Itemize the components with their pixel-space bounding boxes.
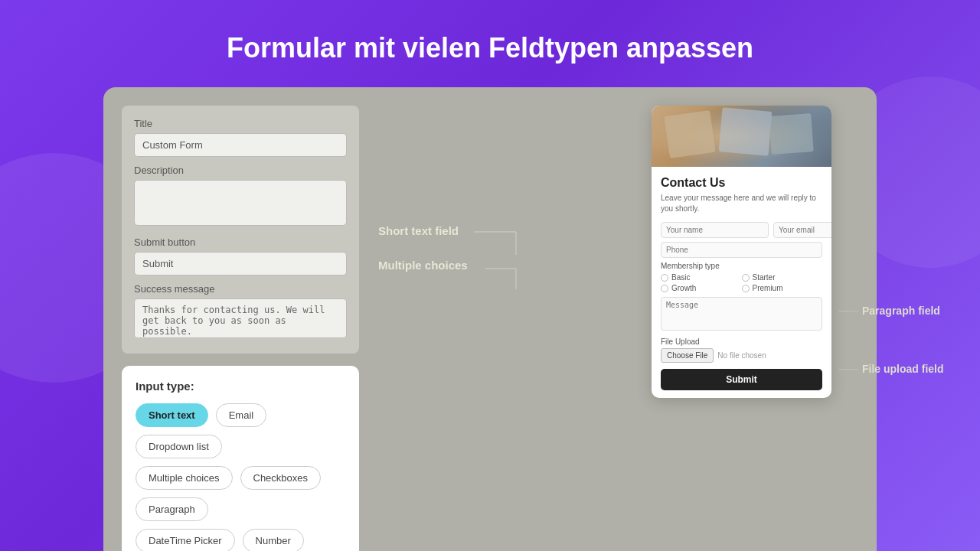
- input-type-email[interactable]: Email: [216, 403, 267, 427]
- input-type-row-3: DateTime Picker Number: [136, 529, 345, 551]
- contact-form-title: Contact Us: [661, 176, 822, 190]
- membership-premium: Premium: [742, 284, 823, 292]
- description-label: Description: [134, 165, 347, 176]
- svg-rect-6: [769, 113, 813, 155]
- svg-rect-5: [719, 107, 773, 155]
- input-type-title: Input type:: [136, 380, 345, 393]
- contact-email-input[interactable]: [773, 222, 831, 238]
- contact-phone-input[interactable]: [661, 242, 822, 258]
- title-section: Title Description Submit button Success …: [122, 106, 359, 354]
- annotation-multiple-choices: Multiple choices: [378, 259, 468, 272]
- input-type-number[interactable]: Number: [243, 529, 304, 551]
- membership-growth: Growth: [661, 284, 742, 292]
- membership-basic-label: Basic: [671, 273, 690, 282]
- success-message-label: Success message: [134, 283, 347, 295]
- contact-form-subtitle: Leave your message here and we will repl…: [661, 193, 822, 214]
- file-upload-annotation: File upload field: [862, 363, 980, 375]
- radio-starter[interactable]: [742, 274, 750, 282]
- annotation-short-text: Short text field: [378, 224, 459, 237]
- input-type-short-text[interactable]: Short text: [136, 403, 208, 427]
- no-file-text: No file chosen: [717, 351, 766, 360]
- radio-premium[interactable]: [742, 285, 750, 292]
- paragraph-line: [839, 311, 858, 311]
- membership-growth-label: Growth: [671, 284, 696, 292]
- file-upload-line: [839, 369, 858, 370]
- left-panel: Title Description Submit button Success …: [122, 106, 359, 551]
- membership-label: Membership type: [661, 262, 822, 270]
- contact-image: [652, 106, 831, 167]
- title-label: Title: [134, 118, 347, 129]
- success-message-textarea[interactable]: Thanks for contacting us. We will get ba…: [134, 298, 347, 338]
- radio-basic[interactable]: [661, 274, 668, 282]
- file-upload-label: File Upload: [661, 337, 822, 346]
- input-type-dropdown[interactable]: Dropdown list: [136, 435, 222, 458]
- input-type-row-1: Short text Email Dropdown list: [136, 403, 345, 458]
- input-type-paragraph[interactable]: Paragraph: [136, 497, 208, 521]
- input-type-box: Input type: Short text Email Dropdown li…: [122, 366, 359, 551]
- membership-premium-label: Premium: [753, 284, 783, 292]
- connector-lines: [374, 106, 652, 551]
- membership-options: Basic Starter Growth Premium: [661, 273, 822, 292]
- contact-body: Contact Us Leave your message here and w…: [652, 167, 831, 398]
- svg-rect-4: [665, 110, 716, 158]
- submit-button-label: Submit button: [134, 236, 347, 248]
- right-annotations: Paragraph field File upload field: [862, 305, 980, 375]
- contact-image-svg: [652, 106, 831, 167]
- contact-card: Contact Us Leave your message here and w…: [652, 106, 831, 398]
- input-type-datetime[interactable]: DateTime Picker: [136, 529, 235, 551]
- description-textarea[interactable]: [134, 180, 347, 226]
- main-card: Title Description Submit button Success …: [103, 87, 877, 551]
- file-upload-row: Choose File No file chosen: [661, 348, 822, 363]
- contact-message-textarea[interactable]: [661, 297, 822, 331]
- name-email-row: [661, 222, 822, 238]
- contact-name-input[interactable]: [661, 222, 769, 238]
- page-title: Formular mit vielen Feldtypen anpassen: [0, 0, 980, 87]
- choose-file-button[interactable]: Choose File: [661, 348, 714, 363]
- input-type-checkboxes[interactable]: Checkboxes: [240, 466, 322, 490]
- contact-submit-button[interactable]: Submit: [661, 369, 822, 390]
- input-type-row-2: Multiple choices Checkboxes Paragraph: [136, 466, 345, 521]
- input-type-multiple-choices[interactable]: Multiple choices: [136, 466, 233, 490]
- submit-button-input[interactable]: [134, 252, 347, 276]
- radio-growth[interactable]: [661, 285, 668, 292]
- membership-starter-label: Starter: [753, 273, 776, 282]
- center-panel: Short text field Multiple choices: [374, 106, 652, 551]
- membership-starter: Starter: [742, 273, 823, 282]
- membership-basic: Basic: [661, 273, 742, 282]
- title-input[interactable]: [134, 133, 347, 157]
- right-panel: Contact Us Leave your message here and w…: [667, 106, 858, 551]
- paragraph-field-annotation: Paragraph field: [862, 305, 980, 317]
